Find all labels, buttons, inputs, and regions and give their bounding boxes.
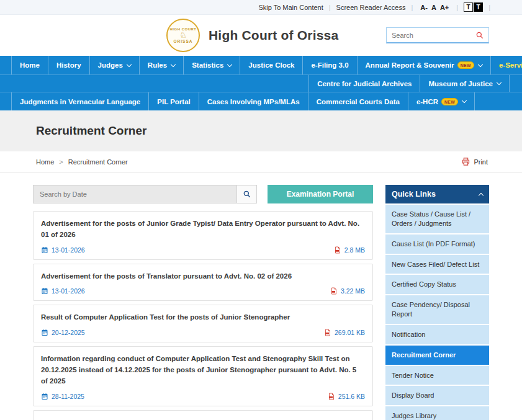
- examination-portal-button[interactable]: Examination Portal: [268, 185, 373, 203]
- nav-item-museum-of-justice[interactable]: Museum of Justice: [420, 75, 510, 92]
- print-button[interactable]: Print: [461, 157, 489, 166]
- quick-link-new-cases-filed-defect-list[interactable]: New Cases Filed/ Defect List: [385, 255, 489, 274]
- theme-light-toggle[interactable]: T: [464, 2, 473, 12]
- file-size-text: 269.01 KB: [335, 329, 365, 336]
- calendar-icon: [41, 287, 48, 295]
- pdf-download-link[interactable]: 2.8 MB: [334, 246, 365, 254]
- main-navigation: HomeHistoryJudgesRulesStatisticsJustice …: [0, 56, 522, 110]
- page-title: Recruitment Corner: [33, 124, 489, 138]
- quick-link-cause-list-in-pdf-format[interactable]: Cause List (In PDF Format): [385, 235, 489, 254]
- document-date-text: 13-01-2026: [52, 246, 85, 254]
- topbar-divider: |: [329, 4, 331, 11]
- court-emblem-icon: HIGH COURT ♘ ORISSA: [166, 19, 200, 52]
- breadcrumb-separator: >: [59, 158, 63, 166]
- nav-item-commercial-courts-data[interactable]: Commercial Courts Data: [308, 92, 408, 110]
- pdf-download-link[interactable]: 251.6 KB: [328, 393, 365, 400]
- search-icon[interactable]: [474, 31, 488, 40]
- nav-item-label: Home: [20, 61, 40, 69]
- breadcrumb-home-link[interactable]: Home: [36, 158, 54, 166]
- nav-item-rules[interactable]: Rules: [139, 56, 183, 74]
- document-date-text: 20-12-2025: [52, 329, 85, 336]
- nav-item-label: Judgments in Vernacular Language: [20, 98, 140, 105]
- quick-links-header[interactable]: Quick Links: [385, 185, 489, 203]
- pdf-icon: [334, 246, 341, 254]
- document-meta: 13-01-20262.8 MB: [41, 246, 365, 254]
- nav-item-label: PIL Portal: [157, 98, 190, 105]
- quick-link-case-status-cause-list-orders-judgments[interactable]: Case Status / Cause List / Orders / Judg…: [385, 205, 489, 233]
- nav-item-label: Cases Involving MPs/MLAs: [207, 98, 300, 105]
- font-normal-button[interactable]: A: [431, 4, 436, 11]
- nav-item-home[interactable]: Home: [11, 56, 48, 74]
- nav-row-tertiary: Judgments in Vernacular LanguagePIL Port…: [0, 92, 522, 110]
- nav-item-judges[interactable]: Judges: [89, 56, 139, 74]
- chevron-down-icon: [478, 61, 483, 66]
- font-decrease-button[interactable]: A-: [420, 4, 428, 11]
- document-title-link[interactable]: Result of the English Test held on 02.11…: [41, 418, 365, 420]
- quick-link-recruitment-corner[interactable]: Recruitment Corner: [385, 346, 489, 365]
- date-search-input[interactable]: [34, 185, 236, 203]
- document-title-link[interactable]: Advertisement for the posts of Junior Gr…: [41, 218, 365, 241]
- quick-link-notification[interactable]: Notification: [385, 325, 489, 344]
- nav-item-e-services[interactable]: e-Services: [490, 56, 522, 74]
- nav-item-pil-portal[interactable]: PIL Portal: [148, 92, 198, 110]
- document-title-link[interactable]: Advertisement for the posts of Translato…: [41, 271, 365, 282]
- site-header: HIGH COURT ♘ ORISSA High Court of Orissa: [0, 15, 522, 56]
- recruitment-list: Advertisement for the posts of Junior Gr…: [33, 211, 373, 420]
- topbar-divider: |: [488, 4, 490, 11]
- file-size-text: 251.6 KB: [338, 393, 365, 400]
- emblem-text-bottom: ORISSA: [174, 39, 193, 43]
- pdf-download-link[interactable]: 3.22 MB: [330, 287, 365, 295]
- document-date: 13-01-2026: [41, 246, 85, 254]
- screen-reader-link[interactable]: Screen Reader Access: [336, 4, 406, 11]
- nav-item-statistics[interactable]: Statistics: [183, 56, 240, 74]
- recruitment-list-item: Advertisement for the posts of Translato…: [33, 264, 373, 302]
- chevron-down-icon: [171, 61, 176, 66]
- document-title-link[interactable]: Result of Computer Application Test for …: [41, 312, 365, 323]
- quick-link-judges-library[interactable]: Judges Library: [385, 406, 489, 420]
- quick-link-display-board[interactable]: Display Board: [385, 386, 489, 405]
- site-title: High Court of Orissa: [209, 28, 338, 43]
- nav-item-label: Museum of Justice: [428, 80, 493, 87]
- quick-link-case-pendency-disposal-report[interactable]: Case Pendency/ Disposal Report: [385, 295, 489, 324]
- font-increase-button[interactable]: A+: [440, 4, 449, 11]
- file-size-text: 2.8 MB: [344, 246, 365, 254]
- pdf-icon: [328, 393, 335, 400]
- quick-links-list: Case Status / Cause List / Orders / Judg…: [385, 205, 489, 420]
- skip-to-main-link[interactable]: Skip To Main Content: [258, 4, 323, 11]
- topbar-divider: |: [456, 4, 458, 11]
- date-search-icon[interactable]: [236, 185, 256, 203]
- breadcrumb-row: Home > Recruitment Corner Print: [0, 151, 522, 172]
- theme-dark-toggle[interactable]: T: [474, 2, 483, 12]
- printer-icon: [461, 157, 470, 166]
- quick-link-tender-notice[interactable]: Tender Notice: [385, 366, 489, 385]
- print-label: Print: [474, 158, 488, 166]
- site-search-input[interactable]: [387, 32, 474, 39]
- nav-item-judgments-in-vernacular-language[interactable]: Judgments in Vernacular Language: [11, 92, 148, 110]
- document-title-link[interactable]: Information regarding conduct of Compute…: [41, 354, 365, 386]
- nav-item-e-filing-3-0[interactable]: e-Filing 3.0: [302, 56, 356, 74]
- recruitment-list-item: Advertisement for the posts of Junior Gr…: [33, 211, 373, 260]
- document-date: 13-01-2026: [41, 287, 85, 295]
- main-content: Examination Portal Advertisement for the…: [33, 172, 489, 420]
- recruitment-list-item: Result of the English Test held on 02.11…: [33, 410, 373, 420]
- nav-item-e-hcr[interactable]: e-HCRNEW: [408, 92, 475, 110]
- site-search: [386, 27, 489, 43]
- site-logo[interactable]: HIGH COURT ♘ ORISSA High Court of Orissa: [166, 19, 338, 52]
- date-search: [33, 185, 257, 203]
- quick-link-certified-copy-status[interactable]: Certified Copy Status: [385, 275, 489, 294]
- chevron-up-icon: [479, 193, 484, 198]
- pdf-download-link[interactable]: 269.01 KB: [324, 329, 365, 336]
- nav-item-annual-report-souvenir[interactable]: Annual Report & SouvenirNEW: [357, 56, 490, 74]
- page-title-band: Recruitment Corner: [0, 110, 522, 151]
- nav-item-centre-for-judicial-archives[interactable]: Centre for Judicial Archives: [308, 75, 420, 92]
- nav-item-history[interactable]: History: [48, 56, 89, 74]
- nav-item-label: Statistics: [192, 61, 223, 69]
- document-meta: 28-11-2025251.6 KB: [41, 393, 365, 400]
- document-meta: 20-12-2025269.01 KB: [41, 329, 365, 336]
- nav-item-label: History: [56, 61, 81, 69]
- nav-row-primary: HomeHistoryJudgesRulesStatisticsJustice …: [0, 56, 522, 74]
- nav-item-cases-involving-mps-mlas[interactable]: Cases Involving MPs/MLAs: [199, 92, 308, 110]
- calendar-icon: [41, 246, 48, 254]
- calendar-icon: [41, 329, 48, 336]
- nav-item-justice-clock[interactable]: Justice Clock: [240, 56, 302, 74]
